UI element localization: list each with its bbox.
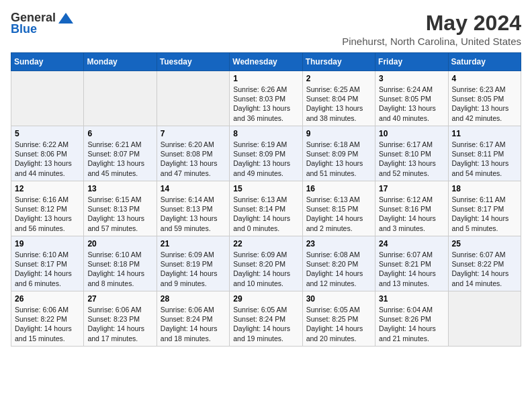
week-row-2: 5Sunrise: 6:22 AM Sunset: 8:06 PM Daylig… xyxy=(11,126,521,181)
day-info: Sunrise: 6:21 AM Sunset: 8:07 PM Dayligh… xyxy=(87,140,152,178)
day-info: Sunrise: 6:13 AM Sunset: 8:14 PM Dayligh… xyxy=(233,195,298,233)
day-info: Sunrise: 6:20 AM Sunset: 8:08 PM Dayligh… xyxy=(161,140,226,178)
day-number: 29 xyxy=(233,294,298,304)
day-info: Sunrise: 6:23 AM Sunset: 8:05 PM Dayligh… xyxy=(452,85,517,123)
calendar-cell xyxy=(84,71,157,126)
day-info: Sunrise: 6:10 AM Sunset: 8:18 PM Dayligh… xyxy=(87,250,152,288)
day-info: Sunrise: 6:16 AM Sunset: 8:12 PM Dayligh… xyxy=(15,195,80,233)
logo-icon xyxy=(58,13,73,24)
day-number: 1 xyxy=(233,74,298,83)
header-day-tuesday: Tuesday xyxy=(157,53,229,71)
calendar-cell: 6Sunrise: 6:21 AM Sunset: 8:07 PM Daylig… xyxy=(84,126,157,181)
day-info: Sunrise: 6:26 AM Sunset: 8:03 PM Dayligh… xyxy=(233,85,298,123)
day-info: Sunrise: 6:17 AM Sunset: 8:11 PM Dayligh… xyxy=(452,140,517,178)
day-info: Sunrise: 6:25 AM Sunset: 8:04 PM Dayligh… xyxy=(306,85,371,123)
calendar-cell: 18Sunrise: 6:11 AM Sunset: 8:17 PM Dayli… xyxy=(448,181,521,236)
day-number: 19 xyxy=(15,239,80,248)
month-title: May 2024 xyxy=(342,11,521,36)
week-row-4: 19Sunrise: 6:10 AM Sunset: 8:17 PM Dayli… xyxy=(11,236,521,291)
day-number: 17 xyxy=(379,184,444,193)
calendar-cell: 11Sunrise: 6:17 AM Sunset: 8:11 PM Dayli… xyxy=(448,126,521,181)
day-number: 2 xyxy=(306,74,371,83)
calendar-cell xyxy=(448,291,521,347)
day-info: Sunrise: 6:04 AM Sunset: 8:26 PM Dayligh… xyxy=(379,305,444,343)
day-number: 7 xyxy=(161,129,226,138)
calendar-cell: 14Sunrise: 6:14 AM Sunset: 8:13 PM Dayli… xyxy=(157,181,229,236)
calendar-cell: 27Sunrise: 6:06 AM Sunset: 8:23 PM Dayli… xyxy=(84,291,157,347)
calendar-cell: 31Sunrise: 6:04 AM Sunset: 8:26 PM Dayli… xyxy=(375,291,448,347)
day-info: Sunrise: 6:18 AM Sunset: 8:09 PM Dayligh… xyxy=(306,140,371,178)
day-number: 30 xyxy=(306,294,371,304)
day-info: Sunrise: 6:07 AM Sunset: 8:22 PM Dayligh… xyxy=(452,250,517,288)
calendar-cell: 5Sunrise: 6:22 AM Sunset: 8:06 PM Daylig… xyxy=(11,126,84,181)
day-info: Sunrise: 6:13 AM Sunset: 8:15 PM Dayligh… xyxy=(306,195,371,233)
title-section: May 2024 Pinehurst, North Carolina, Unit… xyxy=(342,11,521,47)
header-day-saturday: Saturday xyxy=(448,53,521,71)
day-info: Sunrise: 6:09 AM Sunset: 8:19 PM Dayligh… xyxy=(161,250,226,288)
calendar-cell: 10Sunrise: 6:17 AM Sunset: 8:10 PM Dayli… xyxy=(375,126,448,181)
day-number: 4 xyxy=(452,74,517,83)
day-number: 23 xyxy=(306,239,371,248)
day-number: 13 xyxy=(87,184,152,193)
day-info: Sunrise: 6:12 AM Sunset: 8:16 PM Dayligh… xyxy=(379,195,444,233)
week-row-3: 12Sunrise: 6:16 AM Sunset: 8:12 PM Dayli… xyxy=(11,181,521,236)
day-info: Sunrise: 6:07 AM Sunset: 8:21 PM Dayligh… xyxy=(379,250,444,288)
week-row-5: 26Sunrise: 6:06 AM Sunset: 8:22 PM Dayli… xyxy=(11,291,521,347)
day-number: 10 xyxy=(379,129,444,138)
day-number: 9 xyxy=(306,129,371,138)
day-number: 5 xyxy=(15,129,80,138)
day-info: Sunrise: 6:19 AM Sunset: 8:09 PM Dayligh… xyxy=(233,140,298,178)
day-number: 3 xyxy=(379,74,444,83)
calendar-cell: 20Sunrise: 6:10 AM Sunset: 8:18 PM Dayli… xyxy=(84,236,157,291)
day-info: Sunrise: 6:11 AM Sunset: 8:17 PM Dayligh… xyxy=(452,195,517,233)
calendar-cell: 3Sunrise: 6:24 AM Sunset: 8:05 PM Daylig… xyxy=(375,71,448,126)
calendar-cell: 2Sunrise: 6:25 AM Sunset: 8:04 PM Daylig… xyxy=(302,71,375,126)
calendar-cell: 12Sunrise: 6:16 AM Sunset: 8:12 PM Dayli… xyxy=(11,181,84,236)
calendar-cell: 21Sunrise: 6:09 AM Sunset: 8:19 PM Dayli… xyxy=(157,236,229,291)
day-number: 12 xyxy=(15,184,80,193)
day-info: Sunrise: 6:15 AM Sunset: 8:13 PM Dayligh… xyxy=(87,195,152,233)
calendar-cell: 17Sunrise: 6:12 AM Sunset: 8:16 PM Dayli… xyxy=(375,181,448,236)
calendar-cell: 26Sunrise: 6:06 AM Sunset: 8:22 PM Dayli… xyxy=(11,291,84,347)
logo: General Blue xyxy=(11,11,73,36)
day-number: 27 xyxy=(87,294,152,304)
day-number: 16 xyxy=(306,184,371,193)
header-day-monday: Monday xyxy=(84,53,157,71)
day-info: Sunrise: 6:22 AM Sunset: 8:06 PM Dayligh… xyxy=(15,140,80,178)
calendar-cell: 9Sunrise: 6:18 AM Sunset: 8:09 PM Daylig… xyxy=(302,126,375,181)
week-row-1: 1Sunrise: 6:26 AM Sunset: 8:03 PM Daylig… xyxy=(11,71,521,126)
svg-marker-0 xyxy=(58,13,73,24)
header-day-thursday: Thursday xyxy=(302,53,375,71)
calendar-table: SundayMondayTuesdayWednesdayThursdayFrid… xyxy=(11,52,521,347)
day-info: Sunrise: 6:06 AM Sunset: 8:24 PM Dayligh… xyxy=(161,305,226,343)
calendar-cell: 1Sunrise: 6:26 AM Sunset: 8:03 PM Daylig… xyxy=(230,71,302,126)
day-info: Sunrise: 6:10 AM Sunset: 8:17 PM Dayligh… xyxy=(15,250,80,288)
calendar-cell: 13Sunrise: 6:15 AM Sunset: 8:13 PM Dayli… xyxy=(84,181,157,236)
calendar-cell: 22Sunrise: 6:09 AM Sunset: 8:20 PM Dayli… xyxy=(230,236,302,291)
header-day-wednesday: Wednesday xyxy=(230,53,302,71)
day-number: 24 xyxy=(379,239,444,248)
day-number: 6 xyxy=(87,129,152,138)
calendar-cell: 24Sunrise: 6:07 AM Sunset: 8:21 PM Dayli… xyxy=(375,236,448,291)
day-number: 18 xyxy=(452,184,517,193)
day-info: Sunrise: 6:06 AM Sunset: 8:23 PM Dayligh… xyxy=(87,305,152,343)
day-info: Sunrise: 6:05 AM Sunset: 8:24 PM Dayligh… xyxy=(233,305,298,343)
day-number: 22 xyxy=(233,239,298,248)
location: Pinehurst, North Carolina, United States xyxy=(342,36,521,47)
day-number: 14 xyxy=(161,184,226,193)
calendar-cell xyxy=(157,71,229,126)
calendar-cell: 25Sunrise: 6:07 AM Sunset: 8:22 PM Dayli… xyxy=(448,236,521,291)
day-info: Sunrise: 6:08 AM Sunset: 8:20 PM Dayligh… xyxy=(306,250,371,288)
page-header: General Blue May 2024 Pinehurst, North C… xyxy=(11,11,521,47)
day-info: Sunrise: 6:17 AM Sunset: 8:10 PM Dayligh… xyxy=(379,140,444,178)
day-number: 15 xyxy=(233,184,298,193)
calendar-cell: 4Sunrise: 6:23 AM Sunset: 8:05 PM Daylig… xyxy=(448,71,521,126)
calendar-cell: 28Sunrise: 6:06 AM Sunset: 8:24 PM Dayli… xyxy=(157,291,229,347)
calendar-header-row: SundayMondayTuesdayWednesdayThursdayFrid… xyxy=(11,53,521,71)
day-number: 20 xyxy=(87,239,152,248)
header-day-friday: Friday xyxy=(375,53,448,71)
day-number: 11 xyxy=(452,129,517,138)
calendar-cell: 7Sunrise: 6:20 AM Sunset: 8:08 PM Daylig… xyxy=(157,126,229,181)
calendar-cell: 23Sunrise: 6:08 AM Sunset: 8:20 PM Dayli… xyxy=(302,236,375,291)
calendar-cell: 19Sunrise: 6:10 AM Sunset: 8:17 PM Dayli… xyxy=(11,236,84,291)
